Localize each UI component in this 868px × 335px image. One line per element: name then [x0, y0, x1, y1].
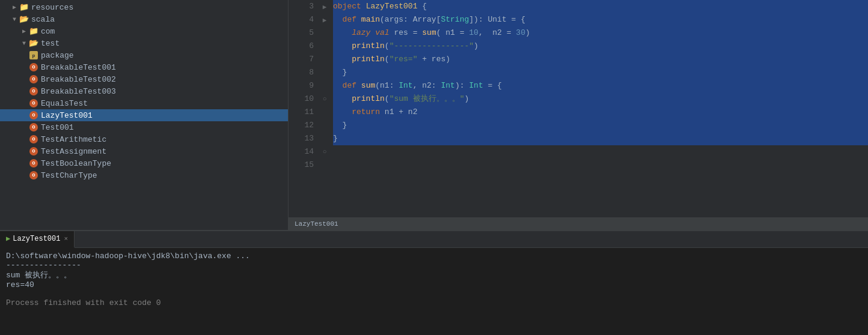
- sidebar-item-breakabletest001[interactable]: o BreakableTest001: [0, 61, 288, 73]
- gutter-cell-4: ▶: [319, 13, 331, 26]
- sidebar-item-equalstest[interactable]: o EqualsTest: [0, 97, 288, 109]
- code-line-12: return n1 + n2: [333, 106, 868, 119]
- scala-file-icon: o: [29, 98, 38, 108]
- sidebar-item-testassignment[interactable]: o TestAssignment: [0, 145, 288, 157]
- status-filename: LazyTest001: [295, 220, 338, 228]
- terminal-output-0: ----------------: [6, 261, 862, 270]
- sidebar-item-label: Test001: [41, 123, 74, 132]
- gutter-cell-11: [319, 106, 331, 119]
- arrow-icon: ▼: [19, 40, 29, 47]
- scala-file-icon: o: [29, 74, 38, 84]
- run-icon: ▶: [6, 234, 10, 243]
- sidebar-item-label: package: [41, 51, 74, 60]
- sidebar-item-label: BreakableTest003: [41, 87, 116, 96]
- terminal-output-2: res=40: [6, 280, 862, 289]
- main-area: ▶ 📁 resources ▼ 📂 scala ▶ 📁 com ▼ 📂 test: [0, 0, 868, 230]
- gutter-cell-14: ○: [319, 145, 331, 158]
- terminal-cmd-line: D:\software\window-hadoop-hive\jdk8\bin\…: [6, 252, 862, 261]
- sidebar-item-label: BreakableTest001: [41, 63, 116, 72]
- sidebar-item-breakabletest002[interactable]: o BreakableTest002: [0, 73, 288, 85]
- folder-icon: 📂: [29, 38, 38, 48]
- gutter-cell-9: [319, 79, 331, 92]
- terminal-content: D:\software\window-hadoop-hive\jdk8\bin\…: [0, 248, 868, 335]
- sidebar-item-label: TestAssignment: [41, 147, 106, 156]
- sidebar-item-label: resources: [31, 3, 73, 12]
- close-icon[interactable]: ×: [64, 235, 68, 243]
- terminal-process-line: Process finished with exit code 0: [6, 298, 862, 307]
- arrow-icon: ▼: [10, 16, 19, 23]
- folder-icon: 📁: [29, 26, 38, 36]
- sidebar-item-package[interactable]: p package: [0, 49, 288, 61]
- sidebar-item-test001[interactable]: o Test001: [0, 121, 288, 133]
- code-view[interactable]: 3 4 5 6 7 8 9 10 11 12 13 14 15 ▶ ▶: [289, 0, 868, 217]
- code-line-3: object LazyTest001 {: [333, 0, 868, 13]
- terminal-output-1: sum 被执行。。。: [6, 270, 862, 280]
- sidebar-item-testchartype[interactable]: o TestCharType: [0, 169, 288, 181]
- gutter-cell-6: [319, 40, 331, 53]
- code-line-5: lazy val res = sum( n1 = 10, n2 = 30): [333, 26, 868, 40]
- folder-icon: 📂: [19, 14, 29, 24]
- sidebar-item-label: com: [41, 27, 55, 36]
- sidebar-item-testarithmetic[interactable]: o TestArithmetic: [0, 133, 288, 145]
- code-line-11: println("sum 被执行。。。"): [333, 92, 868, 106]
- status-bar: LazyTest001: [289, 217, 868, 230]
- sidebar-item-testbooleantype[interactable]: o TestBooleanType: [0, 157, 288, 169]
- arrow-icon: ▶: [19, 28, 29, 35]
- scala-file-icon: o: [29, 146, 38, 156]
- sidebar-item-label: BreakableTest002: [41, 75, 116, 84]
- gutter-cell-8: [319, 66, 331, 79]
- scala-file-icon: o: [29, 110, 38, 120]
- sidebar-item-label: TestCharType: [41, 171, 97, 180]
- code-line-4: def main(args: Array[String]): Unit = {: [333, 13, 868, 26]
- sidebar-item-label: TestArithmetic: [41, 135, 106, 144]
- code-line-10: def sum(n1: Int, n2: Int): Int = {: [333, 79, 868, 92]
- gutter-cell-10: ○: [319, 92, 331, 106]
- line-gutter: ▶ ▶ ○ ○: [319, 0, 331, 217]
- sidebar-item-scala[interactable]: ▼ 📂 scala: [0, 13, 288, 25]
- line-numbers: 3 4 5 6 7 8 9 10 11 12 13 14 15: [289, 0, 319, 217]
- sidebar[interactable]: ▶ 📁 resources ▼ 📂 scala ▶ 📁 com ▼ 📂 test: [0, 0, 289, 230]
- gutter-cell-5: [319, 26, 331, 40]
- scala-file-icon: o: [29, 171, 38, 180]
- sidebar-item-com[interactable]: ▶ 📁 com: [0, 25, 288, 37]
- code-line-7: println("res=" + res): [333, 53, 868, 66]
- arrow-icon: ▶: [10, 4, 19, 11]
- sidebar-item-label: TestBooleanType: [41, 159, 111, 168]
- sidebar-item-label: LazyTest001: [41, 111, 93, 120]
- scala-file-icon: o: [29, 122, 38, 132]
- code-line-14: }: [333, 132, 868, 145]
- gutter-cell-7: [319, 53, 331, 66]
- folder-icon: 📁: [19, 2, 29, 12]
- terminal-panel: ▶ LazyTest001 × D:\software\window-hadoo…: [0, 230, 868, 335]
- sidebar-item-label: scala: [31, 15, 55, 24]
- gutter-cell-13: [319, 132, 331, 145]
- editor-area: 3 4 5 6 7 8 9 10 11 12 13 14 15 ▶ ▶: [289, 0, 868, 230]
- scala-file-icon: o: [29, 62, 38, 72]
- sidebar-item-label: test: [41, 39, 60, 48]
- scala-file-icon: o: [29, 134, 38, 144]
- gutter-cell-12: [319, 119, 331, 132]
- scala-file-icon: o: [29, 86, 38, 96]
- gutter-cell-15: [319, 158, 331, 172]
- code-line-13: }: [333, 119, 868, 132]
- package-icon: p: [29, 50, 38, 60]
- terminal-tab-label: LazyTest001: [13, 235, 60, 243]
- gutter-cell-3: ▶: [319, 0, 331, 13]
- terminal-tab-lazytest001[interactable]: ▶ LazyTest001 ×: [0, 231, 75, 248]
- terminal-output-empty: [6, 289, 862, 298]
- sidebar-item-label: EqualsTest: [41, 99, 88, 108]
- scala-file-icon: o: [29, 158, 38, 168]
- sidebar-item-test[interactable]: ▼ 📂 test: [0, 37, 288, 49]
- code-line-6: println("----------------"): [333, 40, 868, 53]
- sidebar-item-resources[interactable]: ▶ 📁 resources: [0, 1, 288, 13]
- sidebar-item-breakabletest003[interactable]: o BreakableTest003: [0, 85, 288, 97]
- terminal-tabs: ▶ LazyTest001 ×: [0, 231, 868, 248]
- code-content[interactable]: object LazyTest001 { def main(args: Arra…: [331, 0, 868, 217]
- code-line-8: }: [333, 66, 868, 79]
- sidebar-item-lazytest001[interactable]: o LazyTest001: [0, 109, 288, 121]
